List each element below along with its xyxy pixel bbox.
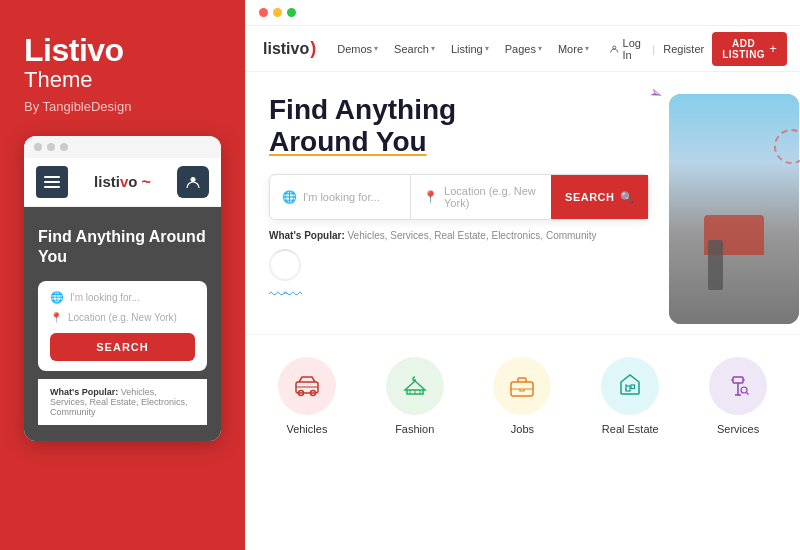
logo-swirl: ) <box>310 38 316 59</box>
arrow-decoration: ➢ <box>646 82 665 104</box>
category-jobs[interactable]: Jobs <box>469 347 577 445</box>
briefcase-icon <box>508 372 536 400</box>
mockup-dot-1 <box>34 143 42 151</box>
category-jobs-label: Jobs <box>511 423 534 435</box>
search-mag-icon: 🔍 <box>620 191 635 204</box>
chevron-down-icon: ▾ <box>431 44 435 53</box>
site-nav: Demos ▾ Search ▾ Listing ▾ Pages ▾ More <box>330 39 596 59</box>
chevron-down-icon: ▾ <box>485 44 489 53</box>
category-services-label: Services <box>717 423 759 435</box>
brand-title: Listivo <box>24 32 221 69</box>
add-listing-button[interactable]: ADD LISTING + <box>712 32 787 66</box>
hero-search-container: 🌐 I'm looking for... 📍 Location (e.g. Ne… <box>269 174 649 220</box>
categories-row: Vehicles Fashion <box>245 334 800 445</box>
brand-by: By TangibleDesign <box>24 99 221 114</box>
category-realestate[interactable]: Real Estate <box>576 347 684 445</box>
plus-icon: + <box>769 41 777 56</box>
browser-dot-red[interactable] <box>259 8 268 17</box>
browser-dot-yellow[interactable] <box>273 8 282 17</box>
hero-search-input[interactable]: 🌐 I'm looking for... <box>270 175 411 219</box>
mockup-dot-3 <box>60 143 68 151</box>
hamburger-icon[interactable] <box>36 166 68 198</box>
realestate-icon-circle <box>601 357 659 415</box>
tools-icon <box>724 372 752 400</box>
user-icon <box>610 43 619 55</box>
mockup-popular: What's Popular: Vehicles, Services, Real… <box>38 379 207 425</box>
header-right: Log In | Register ADD LISTING + <box>610 32 787 66</box>
brand-subtitle: Theme <box>24 67 221 93</box>
mockup-location-row[interactable]: 📍 Location (e.g. New York) <box>50 312 195 323</box>
nav-search[interactable]: Search ▾ <box>387 39 442 59</box>
mockup-search-box: 🌐 I'm looking for... 📍 Location (e.g. Ne… <box>38 281 207 371</box>
category-fashion[interactable]: Fashion <box>361 347 469 445</box>
hero-section: Find Anything Around You 🌐 I'm looking f… <box>245 72 800 324</box>
header-divider: | <box>652 43 655 55</box>
mockup-logo: listivo ~ <box>94 173 151 191</box>
mockup-search-placeholder: I'm looking for... <box>70 292 140 303</box>
car-icon <box>293 372 321 400</box>
category-fashion-label: Fashion <box>395 423 434 435</box>
location-placeholder-text: Location (e.g. New York) <box>444 185 539 209</box>
spinner-decoration <box>269 249 301 281</box>
category-vehicles-label: Vehicles <box>286 423 327 435</box>
pin-icon: 📍 <box>423 190 438 204</box>
site-header: listivo ) Demos ▾ Search ▾ Listing ▾ Pag… <box>245 26 800 72</box>
whats-popular: What's Popular: Vehicles, Services, Real… <box>269 230 649 241</box>
svg-point-9 <box>741 387 747 393</box>
mockup-user-icon[interactable] <box>177 166 209 198</box>
svg-point-0 <box>191 177 196 182</box>
mockup-header: listivo ~ <box>24 158 221 207</box>
category-services[interactable]: Services <box>684 347 792 445</box>
category-vehicles[interactable]: Vehicles <box>253 347 361 445</box>
svg-rect-7 <box>631 385 635 389</box>
vehicles-icon-circle <box>278 357 336 415</box>
browser-dot-green[interactable] <box>287 8 296 17</box>
search-placeholder-text: I'm looking for... <box>303 191 380 203</box>
car-person-image <box>669 94 799 324</box>
browser-content: listivo ) Demos ▾ Search ▾ Listing ▾ Pag… <box>245 26 800 550</box>
mockup-search-input-row[interactable]: 🌐 I'm looking for... <box>50 291 195 304</box>
left-panel: Listivo Theme By TangibleDesign listivo … <box>0 0 245 550</box>
mockup-location-placeholder: Location (e.g. New York) <box>68 312 177 323</box>
hero-left: Find Anything Around You 🌐 I'm looking f… <box>269 94 659 324</box>
hero-title: Find Anything Around You <box>269 94 649 158</box>
mockup-hero: Find Anything Around You 🌐 I'm looking f… <box>24 207 221 441</box>
hero-images: ➢ 👩 <box>669 94 800 324</box>
chevron-down-icon: ▾ <box>538 44 542 53</box>
globe-search-icon: 🌐 <box>50 291 64 304</box>
site-logo: listivo ) <box>263 38 316 59</box>
mockup-dots <box>24 136 221 158</box>
nav-more[interactable]: More ▾ <box>551 39 596 59</box>
register-link[interactable]: Register <box>663 43 704 55</box>
category-realestate-label: Real Estate <box>602 423 659 435</box>
globe-icon: 🌐 <box>282 190 297 204</box>
nav-pages[interactable]: Pages ▾ <box>498 39 549 59</box>
chevron-down-icon: ▾ <box>374 44 378 53</box>
mobile-mockup: listivo ~ Find Anything Around You 🌐 I'm… <box>24 136 221 441</box>
location-pin-icon: 📍 <box>50 312 62 323</box>
chevron-down-icon: ▾ <box>585 44 589 53</box>
wave-decoration: 〰〰 <box>269 285 649 306</box>
hero-location-input[interactable]: 📍 Location (e.g. New York) <box>411 175 551 219</box>
nav-listing[interactable]: Listing ▾ <box>444 39 496 59</box>
jobs-icon-circle <box>493 357 551 415</box>
svg-rect-8 <box>733 377 743 383</box>
hero-image-car <box>669 94 799 324</box>
mockup-search-button[interactable]: SEARCH <box>50 333 195 361</box>
building-icon <box>616 372 644 400</box>
hanger-icon <box>401 372 429 400</box>
nav-demos[interactable]: Demos ▾ <box>330 39 385 59</box>
services-icon-circle <box>709 357 767 415</box>
login-link[interactable]: Log In <box>610 37 644 61</box>
fashion-icon-circle <box>386 357 444 415</box>
mockup-dot-2 <box>47 143 55 151</box>
right-panel: listivo ) Demos ▾ Search ▾ Listing ▾ Pag… <box>245 0 800 550</box>
browser-bar <box>245 0 800 26</box>
mockup-hero-text: Find Anything Around You <box>38 227 207 267</box>
hero-search-button[interactable]: SEARCH 🔍 <box>551 175 648 219</box>
